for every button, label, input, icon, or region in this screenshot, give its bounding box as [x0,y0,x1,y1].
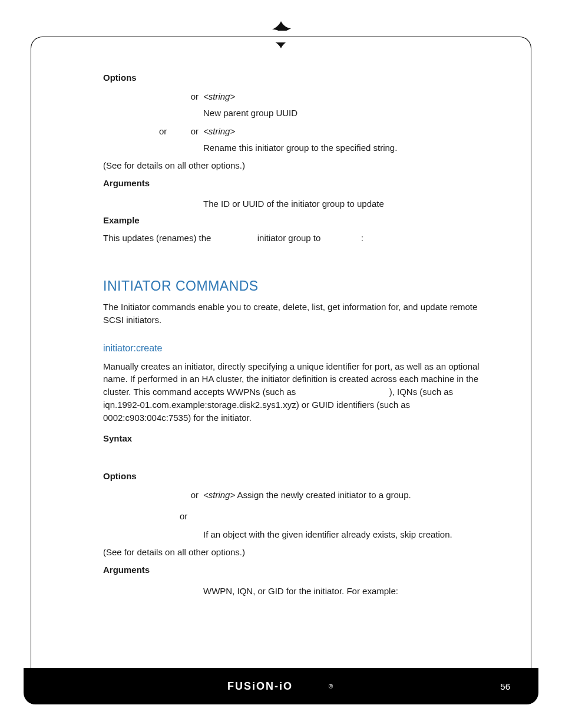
option-signature: <string> Assign the newly created initia… [203,489,492,502]
option-flags: or [103,489,203,502]
example-heading: Example [103,214,492,227]
see-also: (See for details on all other options.) [103,159,492,172]
svg-text:FUSiON-iO: FUSiON-iO [227,680,293,692]
section-intro: The Initiator commands enable you to cre… [103,301,492,327]
section-title: INITIATOR COMMANDS [103,276,492,296]
or-text: or [191,91,199,101]
option-flags: or or [103,125,203,138]
see-post: for details on all other options.) [124,160,245,170]
see-post: for details on all other options.) [124,547,245,557]
argument-description: WWPN, IQN, or GID for the initiator. For… [203,585,492,598]
option-row: or or <string> [103,125,492,138]
footer-brand: FUSiON-iO ® [227,680,335,693]
content-column: Options or <string> New parent group UUI… [103,68,492,601]
or-text: or [180,511,187,521]
option-signature [203,510,492,523]
option-signature: <string> [203,90,492,103]
option-signature: <string> [203,125,492,138]
see-also: (See for details on all other options.) [103,546,492,559]
option-description: Rename this initiator group to the speci… [203,141,492,154]
page-footer: FUSiON-iO ® 56 [24,668,538,704]
page: Options or <string> New parent group UUI… [0,0,562,728]
syntax-block [103,450,492,466]
options-heading: Options [103,470,492,483]
command-title: initiator:create [103,341,492,355]
see-pre: (See [103,160,124,170]
or-text: or [191,490,199,500]
or-text: or [191,126,199,136]
ex-part: This updates (renames) the [103,233,214,243]
option-row: or <string> [103,90,492,103]
option-row: or [103,510,492,523]
option-flags: or [103,90,203,103]
option-description: New parent group UUID [203,107,492,120]
example-text: This updates (renames) the initiator gro… [103,232,492,245]
frame-gap [246,31,316,42]
arguments-heading: Arguments [103,564,492,577]
option-rest: Assign the newly created initiator to a … [235,490,411,500]
option-arg: <string> [203,126,235,136]
options-heading: Options [103,71,492,84]
option-arg: <string> [203,490,235,500]
registered-mark: ® [329,683,335,690]
command-description: Manually creates an initiator, directly … [103,360,492,424]
arguments-heading: Arguments [103,177,492,190]
ex-part: : [361,233,363,243]
option-flags: or [103,510,203,523]
argument-description: The ID or UUID of the initiator group to… [203,197,492,210]
or-text: or [159,126,167,136]
ex-part: initiator group to [257,233,323,243]
option-arg: <string> [203,91,235,101]
see-pre: (See [103,547,124,557]
option-row: or <string> Assign the newly created ini… [103,489,492,502]
page-number: 56 [500,681,510,691]
option-description: If an object with the given identifier a… [203,528,492,541]
syntax-heading: Syntax [103,432,492,445]
fusion-io-logo-icon: FUSiON-iO [227,680,328,693]
